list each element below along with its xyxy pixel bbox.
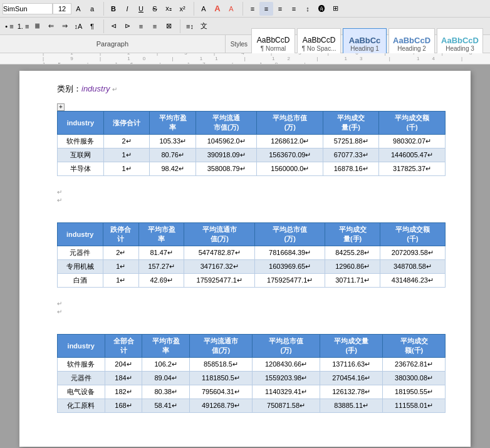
underline-button[interactable]: U	[134, 2, 148, 16]
divider1	[103, 2, 104, 16]
row-val: 81.47↵	[138, 246, 184, 260]
row-val: 380300.08↵	[383, 372, 446, 385]
sort-button[interactable]: ↕A	[71, 19, 85, 33]
align-center-button[interactable]: ≡	[259, 2, 273, 16]
subscript-button[interactable]: x₂	[162, 2, 175, 16]
row-name: 元器件	[58, 246, 103, 260]
font-size-input[interactable]	[53, 3, 71, 14]
table-row: 化工原料 168↵ 58.41↵ 491268.79↵ 750871.58↵ 8…	[58, 399, 446, 413]
table2-col-3: 平均流通市值(万)	[184, 223, 254, 246]
table1-col-6: 平均成交额(千)	[379, 112, 446, 135]
style-nospacing-label: ¶ No Spac...	[302, 45, 336, 52]
toolbar-bottom: Paragraph Styles AaBbCcD ¶ Normal AaBbCc…	[0, 35, 490, 53]
table-row: 元器件 2↵ 81.47↵ 5474782.87↵ 7816684.39↵ 84…	[58, 246, 446, 260]
table-row: 元器件 184↵ 89.04↵ 1181850.5↵ 1559203.98↵ 2…	[58, 372, 446, 385]
table3-header-col: industry	[58, 335, 105, 358]
row-val: 348708.58↵	[380, 260, 445, 274]
table1-header-col: industry	[58, 112, 104, 135]
row-name: 互联网	[58, 148, 104, 162]
distribute-button[interactable]: ⊠	[162, 19, 175, 33]
font-name-input[interactable]	[3, 3, 53, 14]
bullet-list-button[interactable]: • ≡	[3, 19, 16, 33]
table3-col-5: 平均成交量(手)	[320, 335, 383, 358]
table2-col-2: 平均市盈率	[138, 223, 184, 246]
style-heading2-label: Heading 2	[397, 45, 426, 52]
highlight-button[interactable]: A	[211, 2, 224, 16]
align-group2: ⊲ ⊳ ≡ ≡ ⊠	[107, 19, 175, 33]
style-heading3-preview: AaBbCcD	[441, 36, 479, 46]
row-val: 358008.79↵	[196, 162, 257, 176]
row-val: 1140329.41↵	[252, 385, 320, 399]
para-spacing-group: ≡↕ 文	[183, 19, 211, 33]
row-name: 化工原料	[58, 399, 105, 413]
row-val: 106.2↵	[142, 358, 190, 372]
document-area: 类别：industry ↵ + industry 涨停合计 平均市盈率 平均流通…	[0, 65, 490, 448]
row-val: 204↵	[105, 358, 142, 372]
row-val: 1045962.0↵	[196, 135, 257, 148]
numbered-list-button[interactable]: 1. ≡	[16, 19, 30, 33]
style-nospacing-preview: AaBbCcD	[303, 36, 336, 44]
row-val: 1446005.47↵	[379, 148, 446, 162]
align-right2-button[interactable]: ≡	[134, 19, 148, 33]
text-effects-button[interactable]: A	[197, 2, 211, 16]
row-val: 236762.81↵	[383, 358, 446, 372]
justify-button[interactable]: ≡	[287, 2, 301, 16]
row-val: 347167.32↵	[184, 260, 254, 274]
table3-col-3: 平均流通市值(万)	[190, 335, 253, 358]
align-left2-button[interactable]: ⊲	[107, 19, 120, 33]
align-right-button[interactable]: ≡	[273, 2, 287, 16]
font-color-button[interactable]: A	[224, 2, 238, 16]
font-size-down[interactable]: a	[85, 2, 99, 16]
row-val: 80.76↵	[150, 148, 196, 162]
justify2-button[interactable]: ≡	[148, 19, 162, 33]
style-heading1-label: Heading 1	[350, 45, 379, 52]
row-val: 4314846.23↵	[380, 274, 445, 288]
paragraph-format-group: ≡ ≡ ≡ ≡ ↕ 🅐 ⊞	[246, 2, 342, 16]
table3-col-4: 平均总市值(万)	[252, 335, 320, 358]
align-left-button[interactable]: ≡	[246, 2, 259, 16]
table2-header-col: industry	[58, 223, 103, 246]
row-name: 白酒	[58, 274, 103, 288]
row-name: 元器件	[58, 372, 105, 385]
paragraph-label: Paragraph	[5, 40, 220, 48]
line-spacing-button[interactable]: ↕	[301, 2, 315, 16]
shading-button[interactable]: 🅐	[315, 2, 328, 16]
superscript-button[interactable]: x²	[175, 2, 189, 16]
bold-button[interactable]: B	[107, 2, 120, 16]
expand-btn-1[interactable]: +	[57, 103, 65, 111]
chinese-layout-button[interactable]: 文	[197, 19, 211, 33]
row-val: 83885.11↵	[320, 399, 383, 413]
border-button[interactable]: ⊞	[328, 2, 342, 16]
italic-button[interactable]: I	[120, 2, 134, 16]
font-size-up[interactable]: A	[71, 2, 85, 16]
style-heading3-label: Heading 3	[446, 45, 474, 52]
row-val: 42.69↵	[138, 274, 184, 288]
row-val: 58.41↵	[142, 399, 190, 413]
table3-col-1: 全部合计	[105, 335, 142, 358]
row-val: 105.33↵	[150, 135, 196, 148]
table2-col-6: 平均成交额(千)	[380, 223, 445, 246]
row-val: 1181850.5↵	[190, 372, 253, 385]
strikethrough-button[interactable]: S	[148, 2, 162, 16]
table-row: 专用机械 1↵ 157.27↵ 347167.32↵ 1603969.65↵ 1…	[58, 260, 446, 274]
row-val: 98.42↵	[150, 162, 196, 176]
row-val: 181950.55↵	[383, 385, 446, 399]
decrease-indent-button[interactable]: ⇐	[44, 19, 58, 33]
table2-col-5: 平均成交量(手)	[325, 223, 380, 246]
row-val: 1559203.98↵	[252, 372, 320, 385]
multilevel-list-button[interactable]: ≣	[30, 19, 44, 33]
section-marker-1b: ↵	[57, 197, 446, 204]
row-val: 270454.16↵	[320, 372, 383, 385]
row-val: 80.38↵	[142, 385, 190, 399]
color-group: A A A	[197, 2, 238, 16]
row-val: 175925477.1↵	[184, 274, 254, 288]
row-val: 1603969.65↵	[254, 260, 325, 274]
row-val: 1268612.0↵	[257, 135, 323, 148]
show-formatting-button[interactable]: ¶	[85, 19, 99, 33]
row-val: 182↵	[105, 385, 142, 399]
row-val: 1563670.09↵	[257, 148, 323, 162]
table-section-2: industry 跌停合计 平均市盈率 平均流通市值(万) 平均总市值(万) 平…	[57, 222, 446, 315]
increase-indent-button[interactable]: ⇒	[58, 19, 71, 33]
align-center2-button[interactable]: ⊳	[120, 19, 134, 33]
para-spacing-button[interactable]: ≡↕	[183, 19, 197, 33]
